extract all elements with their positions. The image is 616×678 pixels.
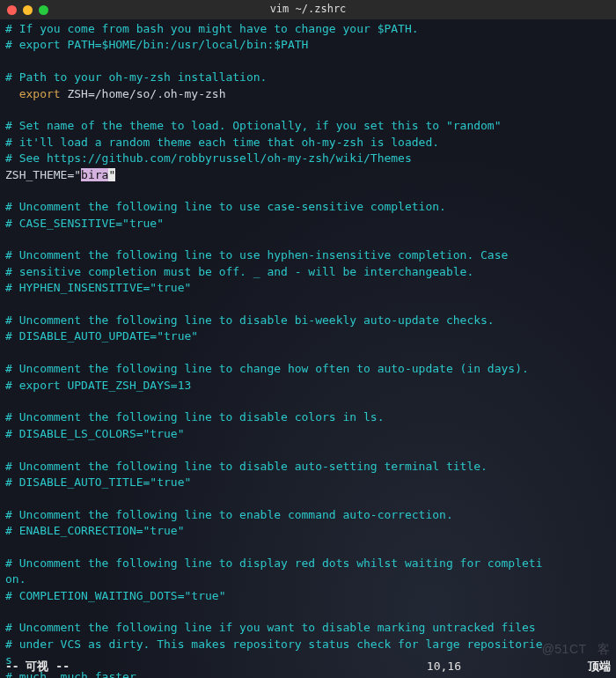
code-segment: # Uncomment the following line to displa…	[5, 556, 542, 570]
editor-line[interactable]: # Set name of the theme to load. Optiona…	[5, 118, 611, 134]
vim-status-line: -- 可视 -- 10,16 顶端	[5, 659, 611, 674]
editor-line[interactable]: # HYPHEN_INSENSITIVE="true"	[5, 280, 611, 296]
code-segment: "	[74, 168, 81, 181]
code-segment: # Uncomment the following line to disabl…	[5, 410, 384, 424]
editor-line[interactable]	[5, 102, 611, 118]
editor-line[interactable]: # sensitive completion must be off. _ an…	[5, 264, 611, 280]
code-segment: # export PATH=$HOME/bin:/usr/local/bin:$…	[5, 38, 308, 51]
code-segment: # Set name of the theme to load. Optiona…	[5, 119, 502, 132]
maximize-icon[interactable]	[39, 5, 48, 15]
editor-line[interactable]: # under VCS as dirty. This makes reposit…	[5, 637, 611, 652]
window-titlebar: vim ~/.zshrc	[0, 0, 616, 19]
code-segment: # Uncomment the following line to use ca…	[5, 200, 446, 213]
code-segment	[5, 87, 19, 100]
editor-line[interactable]: # export PATH=$HOME/bin:/usr/local/bin:$…	[5, 37, 611, 53]
code-segment: # ENABLE_CORRECTION="true"	[5, 524, 185, 537]
code-segment: bira	[81, 168, 108, 181]
cursor-position: 10,16	[427, 659, 461, 674]
code-segment: # DISABLE_AUTO_TITLE="true"	[5, 475, 191, 489]
watermark-text: @51CT 客	[542, 641, 611, 659]
editor-line[interactable]: # Uncomment the following line to change…	[5, 361, 611, 377]
code-segment: # sensitive completion must be off. _ an…	[5, 265, 473, 278]
editor-line[interactable]: # Uncomment the following line to disabl…	[5, 313, 611, 328]
code-segment: # COMPLETION_WAITING_DOTS="true"	[5, 589, 225, 602]
editor-line[interactable]	[5, 54, 611, 70]
editor-line[interactable]: ZSH_THEME="bira"	[5, 167, 611, 183]
editor-line[interactable]: # DISABLE_LS_COLORS="true"	[5, 426, 611, 442]
traffic-lights	[7, 5, 48, 15]
editor-line[interactable]	[5, 442, 611, 458]
editor-line[interactable]: # Uncomment the following line to disabl…	[5, 459, 611, 475]
code-segment: # Uncomment the following line to enable…	[5, 508, 453, 521]
editor-line[interactable]: on.	[5, 571, 611, 587]
editor-line[interactable]	[5, 394, 611, 409]
editor-line[interactable]: # DISABLE_AUTO_TITLE="true"	[5, 475, 611, 490]
vim-mode-indicator: -- 可视 --	[5, 659, 70, 674]
editor-line[interactable]: export ZSH=/home/so/.oh-my-zsh	[5, 86, 611, 102]
editor-line[interactable]: # Uncomment the following line to displa…	[5, 556, 611, 571]
code-segment: # DISABLE_AUTO_UPDATE="true"	[5, 329, 198, 343]
code-segment: # under VCS as dirty. This makes reposit…	[5, 637, 542, 651]
editor-viewport[interactable]: # If you come from bash you might have t…	[0, 19, 616, 678]
editor-line[interactable]: # CASE_SENSITIVE="true"	[5, 216, 611, 232]
editor-line[interactable]: # it'll load a random theme each time th…	[5, 135, 611, 151]
code-segment: on.	[5, 572, 26, 586]
code-segment: export	[19, 87, 61, 100]
editor-line[interactable]: # Uncomment the following line to enable…	[5, 507, 611, 523]
editor-line[interactable]: # COMPLETION_WAITING_DOTS="true"	[5, 588, 611, 604]
code-segment: # DISABLE_LS_COLORS="true"	[5, 427, 185, 440]
code-segment: # Uncomment the following line to disabl…	[5, 460, 488, 473]
editor-line[interactable]: # ENABLE_CORRECTION="true"	[5, 523, 611, 539]
close-icon[interactable]	[7, 5, 17, 15]
code-segment: # CASE_SENSITIVE="true"	[5, 217, 164, 230]
code-segment: # Uncomment the following line if you wa…	[5, 621, 536, 634]
editor-line[interactable]: # Uncomment the following line to disabl…	[5, 409, 611, 425]
code-segment: "	[108, 168, 115, 181]
code-segment: # Path to your oh-my-zsh installation.	[5, 70, 267, 84]
editor-line[interactable]	[5, 297, 611, 313]
editor-line[interactable]: # If you come from bash you might have t…	[5, 21, 611, 37]
editor-line[interactable]: # Uncomment the following line to use hy…	[5, 247, 611, 263]
scroll-indicator: 顶端	[588, 659, 611, 674]
code-segment: # Uncomment the following line to change…	[5, 362, 529, 375]
code-segment: ZSH_THEME=	[5, 168, 74, 181]
code-segment: # If you come from bash you might have t…	[5, 22, 419, 35]
minimize-icon[interactable]	[23, 5, 33, 15]
editor-line[interactable]	[5, 540, 611, 556]
code-segment: # HYPHEN_INSENSITIVE="true"	[5, 281, 191, 294]
code-segment: # Uncomment the following line to use hy…	[5, 248, 508, 262]
editor-line[interactable]: # See https://github.com/robbyrussell/oh…	[5, 151, 611, 166]
editor-line[interactable]	[5, 490, 611, 506]
code-segment: # it'll load a random theme each time th…	[5, 136, 439, 149]
code-segment: # Uncomment the following line to disabl…	[5, 313, 495, 327]
code-segment: # export UPDATE_ZSH_DAYS=13	[5, 379, 191, 392]
code-segment: # See https://github.com/robbyrussell/oh…	[5, 151, 412, 165]
editor-line[interactable]: # Uncomment the following line to use ca…	[5, 199, 611, 215]
editor-line[interactable]: # DISABLE_AUTO_UPDATE="true"	[5, 328, 611, 344]
editor-line[interactable]	[5, 232, 611, 247]
editor-line[interactable]	[5, 345, 611, 361]
editor-line[interactable]	[5, 183, 611, 199]
window-title: vim ~/.zshrc	[0, 2, 616, 17]
editor-line[interactable]: # Path to your oh-my-zsh installation.	[5, 70, 611, 85]
editor-line[interactable]: # Uncomment the following line if you wa…	[5, 620, 611, 636]
code-segment: ZSH=/home/so/.oh-my-zsh	[61, 87, 226, 100]
editor-line[interactable]	[5, 604, 611, 620]
editor-line[interactable]: # export UPDATE_ZSH_DAYS=13	[5, 378, 611, 394]
